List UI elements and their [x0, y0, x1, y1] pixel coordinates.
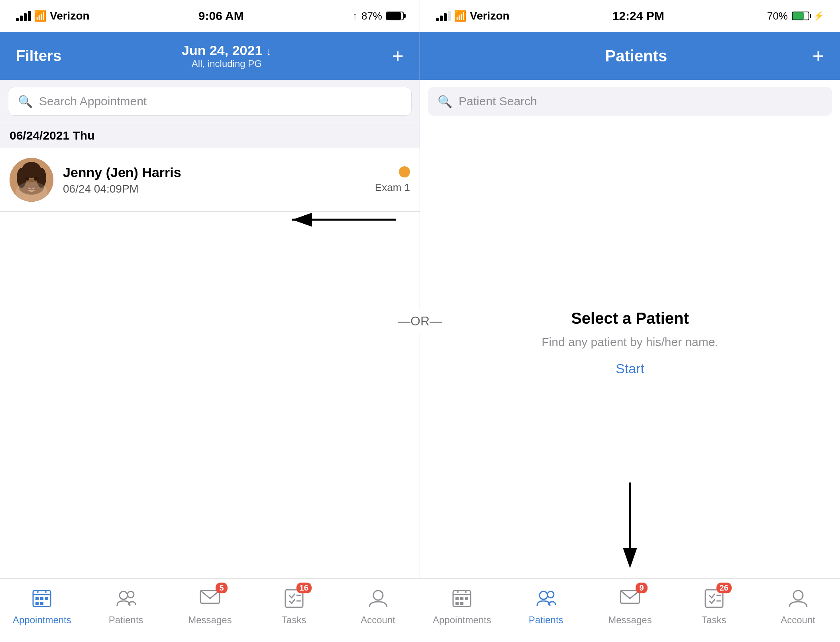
add-patient-button[interactable]: + [813, 46, 824, 66]
nav-item-appointments-left[interactable]: Appointments [10, 587, 74, 626]
nav-label-patients-right: Patients [529, 614, 563, 626]
svg-rect-17 [35, 602, 39, 605]
avatar-svg [10, 158, 53, 202]
nav-item-tasks-left[interactable]: 16 Tasks [262, 587, 326, 626]
search-placeholder-right: Patient Search [459, 95, 537, 108]
svg-point-6 [25, 177, 29, 181]
search-bar-left[interactable]: 🔍 Search Appointment [8, 87, 412, 116]
patient-name: Jenny (Jen) Harris [63, 165, 365, 180]
nav-label-messages-right: Messages [608, 614, 652, 626]
appointments-icon-wrap-right [451, 587, 473, 611]
header-left: Filters Jun 24, 2021 ↓ All, including PG… [0, 32, 420, 80]
bottom-nav-right: Appointments Patients 9 [420, 578, 840, 642]
start-button[interactable]: Start [616, 361, 644, 376]
svg-point-37 [540, 591, 548, 599]
status-dot [399, 166, 410, 177]
nav-label-patients-left: Patients [109, 614, 143, 626]
patient-avatar [10, 158, 53, 202]
nav-label-tasks-left: Tasks [282, 614, 306, 626]
svg-point-25 [373, 591, 383, 600]
tasks-badge-right: 26 [716, 583, 732, 593]
avatar-face [10, 158, 53, 202]
tasks-icon-wrap-left: 16 [283, 587, 305, 611]
patients-icon-right [535, 587, 557, 610]
search-placeholder-left: Search Appointment [39, 95, 147, 108]
header-date-area[interactable]: Jun 24, 2021 ↓ All, including PG [182, 43, 272, 69]
nav-item-account-right[interactable]: Account [766, 587, 830, 626]
svg-rect-34 [465, 597, 468, 600]
nav-label-appointments-right: Appointments [433, 614, 491, 626]
patients-title: Patients [605, 47, 667, 65]
appointment-type: Exam 1 [375, 181, 410, 194]
appointments-icon-left [31, 587, 53, 610]
bottom-nav-left: Appointments Patients 5 [0, 578, 420, 642]
svg-rect-36 [460, 602, 463, 605]
select-patient-subtitle: Find any patient by his/her name. [542, 335, 718, 349]
left-panel: 📶 Verizon 9:06 AM ↑ 87% Filters Jun 24, … [0, 0, 420, 642]
svg-rect-32 [455, 597, 459, 600]
svg-point-5 [37, 168, 46, 188]
battery-icon-left [386, 12, 404, 20]
nav-item-tasks-right[interactable]: 26 Tasks [682, 587, 746, 626]
select-patient-title: Select a Patient [571, 309, 689, 327]
battery-area-left: ↑ 87% [353, 10, 404, 22]
svg-rect-18 [40, 602, 43, 605]
patients-icon-wrap-right [535, 587, 557, 611]
signal-icon [16, 11, 31, 21]
messages-icon-wrap-right: 9 [619, 587, 641, 611]
svg-rect-16 [45, 597, 48, 600]
svg-point-7 [34, 177, 38, 181]
carrier-right: 📶 Verizon [436, 10, 510, 22]
nav-label-tasks-right: Tasks [702, 614, 726, 626]
svg-point-38 [548, 591, 554, 598]
nav-item-messages-left[interactable]: 5 Messages [178, 587, 242, 626]
appointment-info: Jenny (Jen) Harris 06/24 04:09PM [63, 165, 365, 195]
svg-rect-33 [460, 597, 463, 600]
nav-label-messages-left: Messages [188, 614, 232, 626]
filters-button[interactable]: Filters [16, 47, 61, 65]
account-icon-wrap-right [787, 587, 809, 611]
wifi-icon-right: 📶 [454, 10, 467, 22]
battery-area-right: 70% ⚡ [767, 10, 824, 22]
account-icon-left [367, 587, 389, 610]
search-icon-right: 🔍 [438, 95, 452, 108]
nav-label-account-left: Account [361, 614, 395, 626]
nav-item-patients-left[interactable]: Patients [94, 587, 158, 626]
nav-item-patients-right[interactable]: Patients [514, 587, 578, 626]
status-bar-right: 📶 Verizon 12:24 PM 70% ⚡ [420, 0, 840, 32]
svg-rect-35 [455, 602, 459, 605]
header-subtitle: All, including PG [192, 58, 262, 69]
time-left: 9:06 AM [198, 9, 244, 23]
appointment-item[interactable]: Jenny (Jen) Harris 06/24 04:09PM Exam 1 [0, 148, 420, 212]
appointment-datetime: 06/24 04:09PM [63, 183, 365, 195]
nav-item-messages-right[interactable]: 9 Messages [598, 587, 662, 626]
messages-badge-right: 9 [636, 583, 648, 593]
nav-item-appointments-right[interactable]: Appointments [430, 587, 494, 626]
nav-label-appointments-left: Appointments [13, 614, 71, 626]
wifi-icon-left: 📶 [34, 10, 47, 22]
signal-icon-right [436, 11, 451, 21]
svg-point-19 [120, 591, 128, 599]
date-section-header: 06/24/2021 Thu [0, 123, 420, 148]
date-label: 06/24/2021 Thu [10, 129, 410, 142]
svg-point-43 [793, 591, 803, 600]
right-panel: 📶 Verizon 12:24 PM 70% ⚡ Patients + 🔍 Pa… [420, 0, 840, 642]
carrier-left: 📶 Verizon [16, 10, 90, 22]
battery-icon-right [792, 12, 809, 20]
time-right: 12:24 PM [612, 9, 664, 23]
nav-label-account-right: Account [781, 614, 815, 626]
search-container-left: 🔍 Search Appointment [0, 80, 420, 123]
or-divider: —OR— [390, 310, 450, 333]
search-bar-right[interactable]: 🔍 Patient Search [428, 87, 832, 116]
patients-icon-wrap-left [115, 587, 137, 611]
messages-badge-left: 5 [216, 583, 228, 593]
appointments-icon-right [451, 587, 473, 610]
tasks-icon-wrap-right: 26 [703, 587, 725, 611]
svg-rect-15 [40, 597, 43, 600]
account-icon-wrap-left [367, 587, 389, 611]
nav-item-account-left[interactable]: Account [346, 587, 410, 626]
status-bar-left: 📶 Verizon 9:06 AM ↑ 87% [0, 0, 420, 32]
search-icon-left: 🔍 [18, 95, 33, 108]
add-appointment-button[interactable]: + [392, 46, 404, 66]
right-main-content: Select a Patient Find any patient by his… [420, 123, 840, 642]
